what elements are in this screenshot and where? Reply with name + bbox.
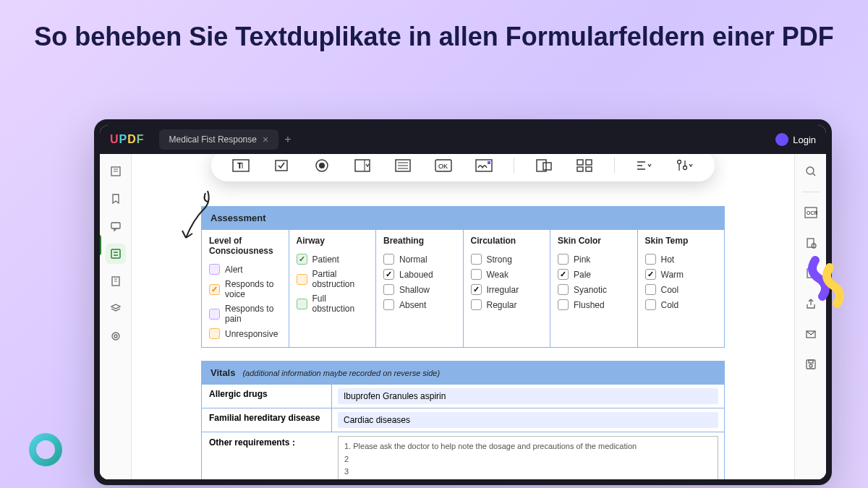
more-tools[interactable]	[674, 157, 696, 174]
check-row: Shallow	[383, 282, 456, 297]
svg-rect-29	[543, 163, 551, 170]
check-row: Normal	[383, 252, 456, 267]
other-requirements-field[interactable]: 1. Please ask the doctor to help note th…	[338, 436, 718, 479]
checkbox-label: Cool	[661, 285, 679, 295]
list-tool[interactable]	[392, 157, 414, 174]
check-row: Strong	[471, 252, 543, 267]
save-icon[interactable]	[801, 354, 821, 374]
svg-line-42	[813, 174, 815, 176]
signature-tool[interactable]	[473, 157, 495, 174]
column-header: Breathing	[383, 236, 456, 246]
checkbox-label: Partial obstruction	[312, 269, 369, 289]
check-row: Warm	[645, 267, 718, 282]
checkbox-label: Strong	[487, 254, 512, 265]
titlebar: UPDF Medical Fist Response × + Login	[100, 125, 826, 154]
svg-text:OK: OK	[438, 163, 448, 170]
form-grid-tool[interactable]	[574, 157, 595, 174]
checkbox[interactable]	[558, 299, 569, 310]
right-rail: OCR	[794, 154, 826, 479]
checkbox-tool[interactable]	[271, 157, 292, 174]
familial-field[interactable]: Cardiac diseases	[338, 412, 718, 428]
checkbox[interactable]	[383, 254, 394, 265]
checkbox[interactable]	[297, 274, 307, 285]
checkbox[interactable]	[209, 264, 220, 275]
checkbox[interactable]	[383, 284, 394, 295]
assess-col-consciousness: Level of ConsciousnessAlertResponds to v…	[202, 230, 289, 347]
check-row: Full obstruction	[297, 291, 369, 316]
checkbox[interactable]	[297, 299, 307, 309]
text-field-tool[interactable]: T	[230, 157, 252, 174]
check-row: Responds to pain	[209, 301, 281, 326]
checkbox[interactable]	[645, 299, 656, 310]
checkbox[interactable]	[645, 254, 656, 265]
add-tab-button[interactable]: +	[284, 133, 291, 146]
check-row: Flushed	[558, 297, 630, 312]
search-icon[interactable]	[801, 161, 821, 181]
form-recognize-tool[interactable]	[533, 157, 555, 174]
svg-point-10	[112, 333, 119, 340]
checkbox[interactable]	[297, 254, 307, 265]
check-row: Cool	[645, 282, 718, 297]
avatar-icon	[775, 133, 788, 146]
checkbox[interactable]	[209, 328, 220, 339]
thumbnails-icon[interactable]	[106, 161, 126, 181]
checkbox[interactable]	[471, 269, 482, 280]
active-marker	[100, 235, 101, 255]
app-frame: UPDF Medical Fist Response × + Login T	[94, 119, 832, 485]
checkbox-label: Hot	[661, 254, 675, 265]
attachments-icon[interactable]	[106, 271, 126, 291]
form-fields-icon[interactable]	[106, 244, 126, 264]
vitals-header: Vitals (additional information maybe rec…	[202, 361, 724, 384]
button-tool[interactable]: OK	[433, 157, 454, 174]
svg-text:T: T	[237, 161, 242, 170]
checkbox[interactable]	[383, 269, 394, 280]
checkbox-label: Responds to pain	[225, 304, 281, 324]
login-button[interactable]: Login	[775, 133, 816, 146]
checkbox[interactable]	[209, 309, 220, 320]
check-row: Unresponsive	[209, 326, 281, 341]
svg-point-50	[809, 364, 812, 367]
column-header: Airway	[297, 236, 369, 246]
checkbox[interactable]	[558, 254, 569, 265]
ocr-icon[interactable]: OCR	[801, 202, 821, 223]
checkbox-label: Weak	[487, 270, 509, 280]
checkbox[interactable]	[383, 299, 394, 310]
allergic-field[interactable]: Ibuprofen Granules aspirin	[338, 388, 718, 404]
crop-icon[interactable]	[801, 233, 821, 253]
checkbox[interactable]	[209, 284, 220, 295]
document-tab[interactable]: Medical Fist Response ×	[159, 129, 279, 150]
checkbox[interactable]	[645, 284, 656, 295]
allergic-label: Allergic drugs	[202, 385, 332, 408]
checkbox[interactable]	[471, 254, 482, 265]
checkbox-label: Pink	[574, 254, 590, 265]
checkbox[interactable]	[645, 269, 656, 280]
checkbox-label: Pale	[574, 270, 591, 280]
check-row: Absent	[383, 297, 456, 312]
requirement-line: 1. Please ask the doctor to help note th…	[344, 440, 712, 453]
svg-rect-45	[807, 239, 814, 247]
radio-tool[interactable]	[311, 157, 333, 174]
assess-col-skintemp: Skin TempHotWarmCoolCold	[638, 230, 725, 347]
layers-icon[interactable]	[106, 299, 126, 319]
checkbox-label: Unresponsive	[225, 329, 278, 339]
align-tool[interactable]	[634, 157, 655, 174]
checkbox[interactable]	[471, 284, 482, 295]
email-icon[interactable]	[801, 324, 821, 344]
checkbox[interactable]	[558, 269, 569, 280]
other-label: Other requirements：	[202, 432, 332, 479]
svg-text:OCR: OCR	[807, 210, 817, 215]
checkbox[interactable]	[471, 299, 482, 310]
settings-icon[interactable]	[106, 326, 126, 346]
bookmarks-icon[interactable]	[106, 189, 126, 209]
assess-col-circulation: CirculationStrongWeakIrregularRegular	[464, 230, 551, 347]
comments-icon[interactable]	[106, 216, 126, 236]
check-row: Cold	[645, 297, 718, 312]
assess-col-skincolor: Skin ColorPinkPaleSyanoticFlushed	[550, 230, 638, 347]
close-icon[interactable]: ×	[263, 134, 268, 145]
check-row: Alert	[209, 262, 281, 277]
svg-point-52	[33, 437, 59, 463]
vitals-block: Vitals (additional information maybe rec…	[201, 361, 725, 479]
checkbox[interactable]	[558, 284, 569, 295]
dropdown-tool[interactable]	[352, 157, 373, 174]
vitals-subtitle: (additional information maybe recorded o…	[242, 369, 440, 377]
